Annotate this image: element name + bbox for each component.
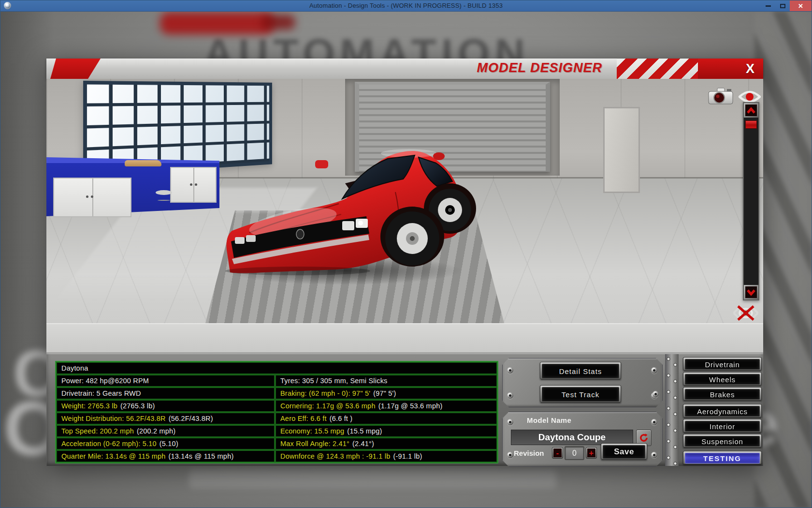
stat-cell: Tyres: 305 / 305 mm, Semi Slicks (275, 374, 497, 387)
window-title: Automation - Design Tools - (WORK IN PRO… (0, 0, 812, 11)
stat-cell: Weight Distribution: 56.2F/43.8R (56.2F/… (56, 412, 275, 425)
nav-brakes-button[interactable]: Brakes (683, 387, 762, 401)
nav-interior-button[interactable]: Interior (683, 419, 762, 433)
stat-cell: Economy: 15.5 mpg (15.5 mpg) (275, 425, 497, 437)
model-name-label: Model Name (527, 416, 571, 424)
background-red-blob-small (261, 15, 295, 30)
stat-cell: Cornering: 1.17g @ 53.6 mph (1.17g @ 53.… (275, 400, 497, 412)
design-section-nav: Drivetrain Wheels Brakes Aerodynamics In… (683, 357, 762, 464)
stat-cell: Drivetrain: 5 Gears RWD (56, 387, 275, 400)
cabinet (170, 167, 217, 203)
viewport-scrollbar (743, 102, 759, 300)
scroll-down-button[interactable] (744, 285, 758, 299)
revision-increment-button[interactable]: + (586, 447, 597, 459)
stat-cell: Quarter Mile: 13.14s @ 115 mph (13.14s @… (56, 450, 275, 463)
panel-header: MODEL DESIGNER X (46, 59, 763, 79)
stat-cell: Max Roll Angle: 2.41° (2.41°) (275, 437, 497, 450)
app-window: Automation - Design Tools - (WORK IN PRO… (0, 0, 812, 508)
screenshot-camera-button[interactable] (708, 87, 734, 105)
maximize-icon (780, 4, 785, 8)
bottom-control-panel: Daytona Power: 482 hp@6200 RPM Tyres: 30… (46, 352, 763, 466)
chevron-up-icon (746, 106, 756, 114)
rivet (507, 452, 513, 458)
floor-light-band (46, 323, 763, 352)
rivet (651, 452, 657, 458)
detail-stats-button[interactable]: Detail Stats (540, 362, 621, 379)
rivet (652, 391, 659, 397)
hide-view-eye-crossed-button[interactable] (732, 303, 760, 323)
minimize-button[interactable] (761, 0, 775, 11)
nav-suspension-button[interactable]: Suspension (683, 434, 762, 448)
refresh-icon (639, 433, 649, 443)
rivet (507, 367, 513, 374)
scrollbar-track[interactable] (745, 130, 757, 285)
wooden-model-buck (125, 160, 161, 166)
stat-cell: Weight: 2765.3 lb (2765.3 lb) (56, 400, 275, 412)
vehicle-stats-table: Daytona Power: 482 hp@6200 RPM Tyres: 30… (55, 361, 498, 463)
rivet (507, 419, 513, 425)
nav-aerodynamics-button[interactable]: Aerodynamics (683, 404, 762, 418)
stat-cell: Braking: (62 mph - 0): 97" 5' (97" 5') (275, 387, 497, 400)
revision-value: 0 (565, 446, 584, 460)
test-track-button[interactable]: Test Track (540, 385, 621, 403)
stat-cell: Aero Eff: 6.6 ft (6.6 ft ) (275, 412, 497, 425)
workbench (46, 156, 219, 220)
car-red-coupe (220, 131, 477, 286)
background-blur-bar (189, 470, 556, 488)
save-button[interactable]: Save (601, 443, 647, 460)
stat-cell: Acceleration (0-62 mph): 5.10 (5.10) (56, 437, 275, 450)
model-designer-panel: MODEL DESIGNER X (46, 59, 763, 466)
scroll-up-button[interactable] (744, 103, 758, 118)
stat-cell: Power: 482 hp@6200 RPM (56, 374, 275, 387)
stats-actions-plate: Detail Stats Test Track (502, 358, 663, 407)
stool (156, 190, 172, 195)
nav-drivetrain-button[interactable]: Drivetrain (683, 357, 762, 371)
nav-wheels-button[interactable]: Wheels (683, 372, 762, 386)
stat-cell: Top Speed: 200.2 mph (200.2 mph) (56, 425, 275, 437)
maximize-button[interactable] (775, 0, 790, 11)
nav-testing-button-active[interactable]: TESTING (683, 451, 762, 464)
minimize-icon (766, 5, 771, 7)
window-titlebar: Automation - Design Tools - (WORK IN PRO… (0, 0, 812, 12)
side-door (603, 107, 640, 193)
rivet (507, 392, 513, 399)
background-red-blob (160, 12, 274, 34)
model-name-plate: Model Name Revision - 0 + Save (502, 412, 663, 467)
cabinet (53, 178, 131, 217)
rivet-strip (665, 354, 679, 466)
scrollbar-handle[interactable] (745, 120, 757, 129)
rivet (651, 419, 657, 425)
revision-decrement-button[interactable]: - (552, 447, 563, 459)
stat-cell: Downforce @ 124.3 mph : -91.1 lb (-91.1 … (275, 450, 497, 463)
chevron-down-icon (746, 288, 756, 296)
header-stripes (617, 59, 698, 79)
close-designer-button[interactable]: X (698, 59, 763, 79)
window-controls: ✕ (761, 0, 812, 11)
rivet (651, 367, 657, 374)
header-red-accent (46, 59, 109, 79)
close-window-button[interactable]: ✕ (790, 0, 812, 11)
revision-label: Revision (514, 449, 544, 457)
stats-model-header: Daytona (56, 362, 497, 374)
panel-title: MODEL DESIGNER (477, 60, 602, 75)
viewport-3d[interactable] (46, 79, 763, 352)
